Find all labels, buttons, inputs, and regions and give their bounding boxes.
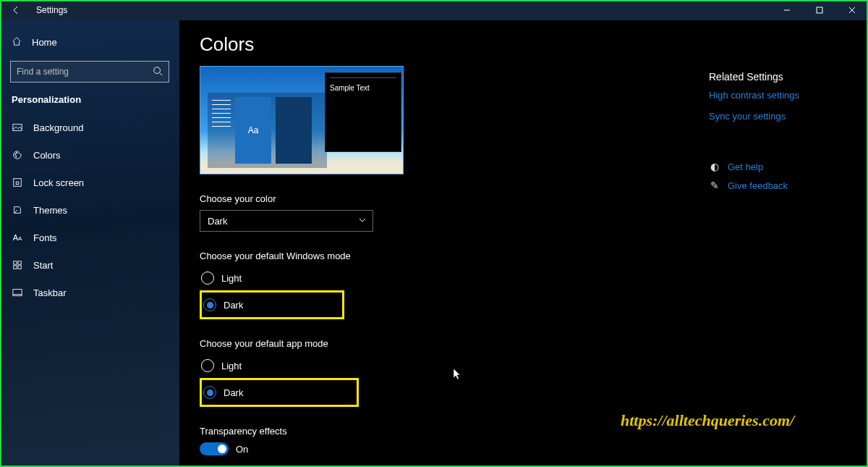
radio-icon: [203, 386, 216, 399]
page-title: Colors: [200, 33, 848, 56]
sidebar-item-fonts[interactable]: AA Fonts: [0, 224, 179, 251]
sidebar-item-label: Start: [33, 260, 53, 271]
svg-rect-9: [18, 261, 21, 264]
windows-mode-light[interactable]: Light: [200, 267, 848, 289]
chevron-down-icon: [358, 216, 367, 227]
get-help-label: Get help: [728, 161, 763, 172]
svg-rect-0: [817, 7, 822, 13]
sidebar: Home Personalization Background Colors L…: [0, 20, 179, 467]
sync-settings-link[interactable]: Sync your settings: [709, 111, 839, 122]
transparency-state: On: [236, 444, 248, 455]
watermark-url: https://alltechqueries.com/: [621, 411, 794, 430]
app-mode-light[interactable]: Light: [200, 355, 848, 376]
sidebar-item-label: Fonts: [33, 232, 57, 243]
search-input[interactable]: [17, 67, 153, 77]
image-icon: [12, 122, 23, 133]
search-box[interactable]: [10, 61, 169, 83]
title-bar: Settings: [0, 0, 868, 20]
transparency-toggle[interactable]: [200, 442, 229, 455]
radio-label: Light: [221, 273, 242, 284]
minimize-button[interactable]: [770, 0, 803, 20]
start-icon: [12, 259, 23, 271]
svg-point-1: [154, 67, 161, 73]
sidebar-item-background[interactable]: Background: [0, 114, 179, 141]
sidebar-item-label: Themes: [33, 205, 67, 216]
back-button[interactable]: [7, 1, 25, 19]
app-mode-dark[interactable]: Dark: [202, 382, 357, 403]
preview-tile: Aa: [235, 97, 271, 164]
get-help-link[interactable]: ◐ Get help: [709, 161, 839, 172]
svg-rect-10: [14, 266, 17, 269]
sidebar-item-taskbar[interactable]: Taskbar: [0, 279, 179, 306]
color-preview: Aa Sample Text: [200, 66, 404, 174]
choose-color-label: Choose your color: [200, 193, 848, 204]
svg-point-3: [15, 153, 16, 154]
sidebar-item-colors[interactable]: Colors: [0, 141, 179, 169]
windows-mode-dark[interactable]: Dark: [202, 294, 342, 316]
palette-icon: [12, 149, 23, 161]
feedback-icon: ✎: [709, 180, 720, 191]
svg-rect-8: [14, 261, 17, 264]
give-feedback-label: Give feedback: [728, 180, 788, 191]
home-label: Home: [32, 37, 57, 48]
svg-rect-6: [14, 179, 22, 187]
sidebar-item-label: Colors: [33, 150, 61, 161]
highlight-box: Dark: [200, 378, 359, 407]
lockscreen-icon: [12, 177, 23, 188]
radio-label: Dark: [224, 387, 243, 398]
help-icon: ◐: [709, 161, 720, 172]
right-column: Related Settings High contrast settings …: [709, 71, 839, 191]
radio-icon: [203, 298, 216, 311]
radio-label: Dark: [224, 300, 243, 311]
sidebar-item-label: Background: [33, 122, 83, 133]
sidebar-item-label: Taskbar: [33, 287, 67, 298]
home-icon: [12, 36, 22, 49]
svg-point-5: [16, 156, 17, 156]
svg-rect-11: [18, 266, 21, 269]
highlight-box: Dark: [200, 290, 344, 319]
fonts-icon: AA: [12, 232, 23, 243]
radio-label: Light: [221, 361, 242, 371]
give-feedback-link[interactable]: ✎ Give feedback: [709, 180, 839, 191]
category-heading: Personalization: [0, 90, 179, 114]
home-nav[interactable]: Home: [0, 28, 179, 56]
high-contrast-link[interactable]: High contrast settings: [709, 90, 839, 101]
taskbar-icon: [12, 287, 23, 298]
themes-icon: [12, 204, 23, 216]
sidebar-item-themes[interactable]: Themes: [0, 196, 179, 224]
main-content: Colors Aa Sample Text Choose your color …: [179, 20, 868, 467]
sidebar-item-start[interactable]: Start: [0, 251, 179, 279]
sidebar-item-lockscreen[interactable]: Lock screen: [0, 169, 179, 196]
sidebar-item-label: Lock screen: [33, 177, 84, 188]
preview-window-text: Sample Text: [330, 84, 396, 92]
app-mode-label: Choose your default app mode: [200, 338, 848, 349]
svg-rect-7: [16, 182, 19, 185]
svg-point-4: [16, 152, 17, 153]
radio-icon: [201, 359, 214, 372]
choose-color-select[interactable]: Dark: [200, 210, 373, 232]
close-button[interactable]: [835, 0, 868, 20]
related-settings-heading: Related Settings: [709, 71, 839, 83]
search-icon: [153, 66, 163, 78]
maximize-button[interactable]: [803, 0, 835, 20]
window-title: Settings: [36, 5, 67, 15]
choose-color-value: Dark: [208, 216, 227, 227]
radio-icon: [201, 272, 214, 285]
windows-mode-label: Choose your default Windows mode: [200, 251, 848, 261]
